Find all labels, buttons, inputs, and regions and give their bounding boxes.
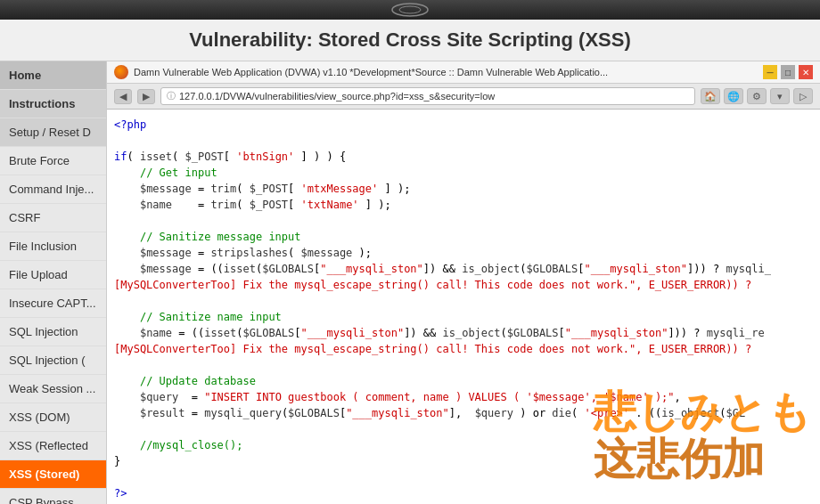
firefox-icon — [114, 65, 128, 79]
maximize-button[interactable]: □ — [781, 65, 795, 79]
svg-point-1 — [399, 6, 421, 13]
address-box[interactable]: ⓘ 127.0.0.1/DVWA/vulnerabilities/view_so… — [160, 87, 695, 105]
sidebar-item-command-injection[interactable]: Command Inje... — [0, 175, 106, 204]
sidebar: HomeInstructionsSetup / Reset DBrute For… — [0, 61, 107, 504]
page-title: Vulnerability: Stored Cross Site Scripti… — [18, 28, 802, 52]
sidebar-item-xss-dom[interactable]: XSS (DOM) — [0, 403, 106, 432]
sidebar-item-instructions[interactable]: Instructions — [0, 90, 106, 118]
svg-point-0 — [392, 4, 428, 16]
settings-icon-button[interactable]: ⚙ — [747, 88, 767, 104]
secure-icon: ⓘ — [167, 90, 176, 102]
browser-chrome: Damn Vulnerable Web Application (DVWA) v… — [107, 61, 820, 110]
sidebar-item-setup[interactable]: Setup / Reset D — [0, 118, 106, 147]
sidebar-item-xss-reflected[interactable]: XSS (Reflected — [0, 432, 106, 460]
sidebar-item-weak-session[interactable]: Weak Session ... — [0, 375, 106, 403]
browser-controls: ─ □ ✕ — [763, 65, 813, 79]
page-title-bar: Vulnerability: Stored Cross Site Scripti… — [0, 20, 820, 61]
sidebar-item-xss-stored[interactable]: XSS (Stored) — [0, 460, 106, 489]
code-area[interactable]: <?php if( isset( $_POST[ 'btnSign' ] ) )… — [107, 110, 820, 504]
browser-title-text: Damn Vulnerable Web Application (DVWA) v… — [114, 65, 763, 79]
main-container: Vulnerability: Stored Cross Site Scripti… — [0, 20, 820, 504]
sidebar-item-csp-bypass[interactable]: CSP Bypass — [0, 489, 106, 504]
home-icon-button[interactable]: 🏠 — [701, 88, 720, 104]
star-icon-button[interactable]: ▾ — [770, 88, 790, 104]
browser-titlebar: Damn Vulnerable Web Application (DVWA) v… — [107, 61, 820, 84]
url-text: 127.0.0.1/DVWA/vulnerabilities/view_sour… — [179, 91, 495, 102]
minimize-button[interactable]: ─ — [763, 65, 777, 79]
browser-addressbar: ◀ ▶ ⓘ 127.0.0.1/DVWA/vulnerabilities/vie… — [107, 84, 820, 109]
sidebar-item-insecure-captcha[interactable]: Insecure CAPT... — [0, 289, 106, 318]
browser-area: Damn Vulnerable Web Application (DVWA) v… — [107, 61, 820, 504]
forward-button[interactable]: ▶ — [137, 89, 155, 104]
code-content: <?php if( isset( $_POST[ 'btnSign' ] ) )… — [114, 117, 813, 501]
browser-title: Damn Vulnerable Web Application (DVWA) v… — [134, 67, 608, 77]
close-button[interactable]: ✕ — [799, 65, 813, 79]
top-bar — [0, 0, 820, 20]
sidebar-item-sql-injection[interactable]: SQL Injection — [0, 318, 106, 346]
back-button[interactable]: ◀ — [114, 89, 132, 104]
sidebar-item-sql-injection-blind[interactable]: SQL Injection ( — [0, 346, 106, 375]
sidebar-item-file-inclusion[interactable]: File Inclusion — [0, 232, 106, 261]
refresh-icon-button[interactable]: 🌐 — [724, 88, 743, 104]
dvwa-logo — [383, 1, 437, 19]
sidebar-item-brute-force[interactable]: Brute Force — [0, 147, 106, 175]
sidebar-item-csrf[interactable]: CSRF — [0, 204, 106, 232]
sidebar-item-home[interactable]: Home — [0, 61, 106, 90]
toolbar-icons: 🏠 🌐 ⚙ ▾ ▷ — [701, 88, 813, 104]
more-icon-button[interactable]: ▷ — [793, 88, 813, 104]
content-area: HomeInstructionsSetup / Reset DBrute For… — [0, 61, 820, 504]
sidebar-item-file-upload[interactable]: File Upload — [0, 261, 106, 289]
